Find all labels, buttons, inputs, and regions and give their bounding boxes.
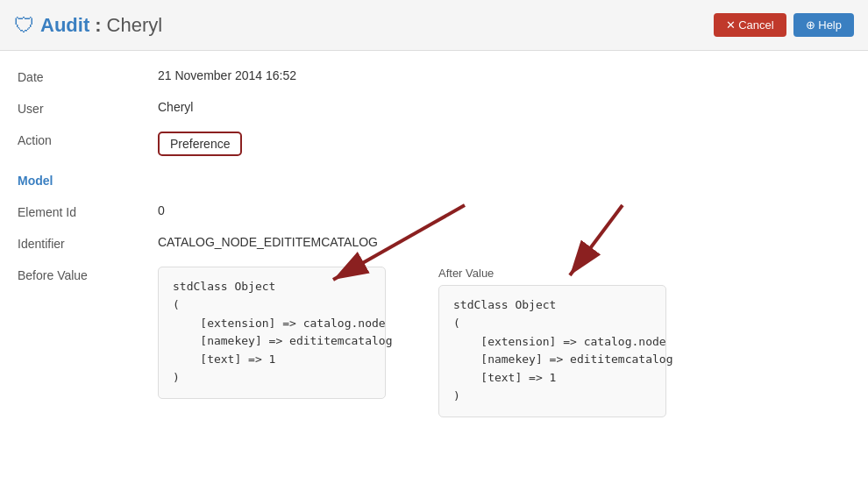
identifier-value: CATALOG_NODE_EDITITEMCATALOG [158, 235, 850, 249]
date-value: 21 November 2014 16:52 [158, 68, 850, 82]
model-row: Model [18, 172, 850, 188]
colon-separator: : [95, 14, 101, 37]
page-title: 🛡 Audit : Cheryl [14, 13, 162, 38]
user-label: User [18, 100, 158, 116]
user-row: User Cheryl [18, 100, 850, 116]
audit-subject: Cheryl [107, 14, 163, 37]
model-label: Model [18, 172, 158, 188]
before-value-block: stdClass Object ( [extension] => catalog… [158, 267, 386, 417]
element-id-value: 0 [158, 203, 850, 217]
after-value-code: stdClass Object ( [extension] => catalog… [438, 285, 666, 417]
after-value-label: After Value [438, 267, 494, 280]
action-row: Action Preference [18, 132, 850, 156]
identifier-row: Identifier CATALOG_NODE_EDITITEMCATALOG [18, 235, 850, 251]
before-value-code: stdClass Object ( [extension] => catalog… [158, 267, 386, 399]
shield-icon: 🛡 [14, 13, 35, 38]
action-value: Preference [158, 132, 850, 156]
action-label: Action [18, 132, 158, 147]
header: 🛡 Audit : Cheryl ✕ Cancel ⊕ Help [0, 0, 868, 51]
values-row: Before Value stdClass Object ( [extensio… [18, 267, 850, 417]
help-button[interactable]: ⊕ Help [793, 13, 854, 37]
cancel-button[interactable]: ✕ Cancel [714, 13, 786, 37]
identifier-label: Identifier [18, 235, 158, 251]
element-id-row: Element Id 0 [18, 203, 850, 219]
main-content: Date 21 November 2014 16:52 User Cheryl … [0, 51, 868, 442]
audit-label: Audit [40, 14, 89, 37]
date-row: Date 21 November 2014 16:52 [18, 68, 850, 84]
before-value-label: Before Value [18, 267, 158, 282]
user-value: Cheryl [158, 100, 850, 114]
element-id-label: Element Id [18, 203, 158, 219]
values-container: stdClass Object ( [extension] => catalog… [158, 267, 666, 417]
after-value-block: After Value stdClass Object ( [extension… [438, 267, 666, 417]
date-label: Date [18, 68, 158, 84]
preference-badge: Preference [158, 132, 242, 156]
header-buttons: ✕ Cancel ⊕ Help [714, 13, 854, 37]
